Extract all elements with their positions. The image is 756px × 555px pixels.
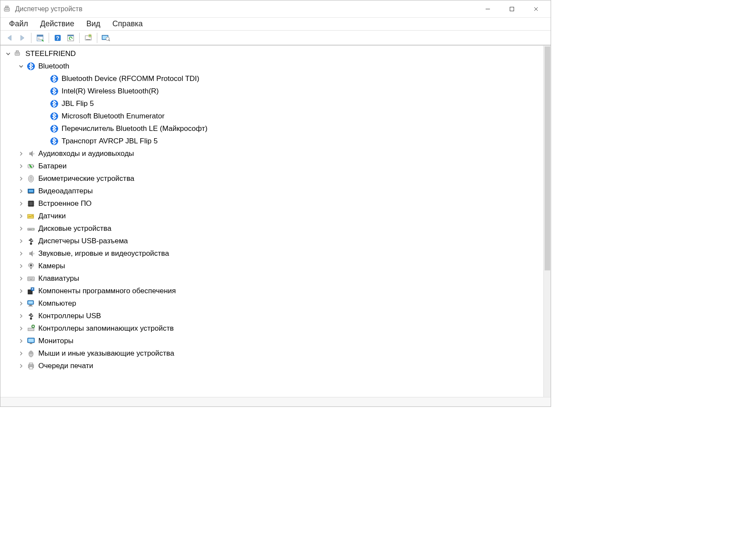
bluetooth-icon [50,87,59,96]
expander-closed-icon[interactable] [18,238,25,245]
expander-closed-icon[interactable] [18,325,25,332]
tree-category-3[interactable]: Видеоадаптеры [2,185,543,197]
battery-icon [26,161,36,171]
tree-category-8[interactable]: Звуковые, игровые и видеоустройства [2,247,543,260]
tree-label: Клавиатуры [38,272,84,285]
bluetooth-icon [50,99,59,109]
tree-label: Транспорт AVRCP JBL Flip 5 [62,135,163,147]
expander-closed-icon[interactable] [18,188,25,195]
tree-label: Диспетчеры USB-разъема [38,235,133,247]
tree-label: Аудиовходы и аудиовыходы [38,147,139,160]
tree-root[interactable]: STEELFRIEND [2,47,543,60]
expander-closed-icon[interactable] [18,338,25,344]
bluetooth-icon [26,62,36,71]
tree-category-6[interactable]: Дисковые устройства [2,222,543,235]
action-button[interactable] [64,32,77,44]
tree-category-bluetooth[interactable]: Bluetooth [2,60,543,72]
tree-category-9[interactable]: Камеры [2,260,543,272]
menu-help[interactable]: Справка [106,19,149,29]
tree-category-0[interactable]: Аудиовходы и аудиовыходы [2,147,543,160]
expander-closed-icon[interactable] [18,163,25,170]
tree-device-bluetooth-2[interactable]: JBL Flip 5 [2,97,543,110]
tree-label: Bluetooth Device (RFCOMM Protocol TDI) [62,72,204,85]
menu-action[interactable]: Действие [34,19,80,29]
expander-closed-icon[interactable] [18,150,25,157]
tree-label: Intel(R) Wireless Bluetooth(R) [62,85,164,97]
tree-label: Очереди печати [38,360,99,372]
tree-category-17[interactable]: Очереди печати [2,360,543,372]
device-tree[interactable]: STEELFRIENDBluetoothBluetooth Device (RF… [0,46,543,397]
tree-label: Датчики [38,210,71,222]
expander-closed-icon[interactable] [18,350,25,357]
expander-closed-icon[interactable] [18,175,25,182]
menu-view[interactable]: Вид [80,19,106,29]
tree-category-1[interactable]: Батареи [2,160,543,172]
maximize-button[interactable] [500,1,524,17]
scan-hardware-button[interactable] [82,32,95,44]
tree-category-7[interactable]: Диспетчеры USB-разъема [2,235,543,247]
tree-label: Батареи [38,160,72,172]
tree-category-10[interactable]: Клавиатуры [2,272,543,285]
expander-closed-icon[interactable] [18,225,25,232]
firmware-icon [26,199,36,208]
expander-closed-icon[interactable] [18,213,25,220]
display-adapter-icon [26,186,36,196]
tree-category-11[interactable]: Компоненты программного обеспечения [2,285,543,297]
tree-label: Встроенное ПО [38,197,97,210]
app-icon [3,5,12,13]
close-button[interactable] [524,1,548,17]
keyboard-icon [26,274,36,283]
expander-closed-icon[interactable] [18,250,25,257]
device-scan-button[interactable] [99,32,112,44]
tree-label: Видеоадаптеры [38,185,98,197]
tree-device-bluetooth-5[interactable]: Транспорт AVRCP JBL Flip 5 [2,135,543,147]
biometric-icon [26,174,36,183]
tree-label: JBL Flip 5 [62,97,99,110]
device-manager-window: Диспетчер устройств Файл Действие Вид Сп… [0,0,551,407]
tree-category-15[interactable]: Мониторы [2,335,543,347]
expander-closed-icon[interactable] [18,263,25,270]
show-hide-tree-button[interactable] [34,32,46,44]
tree-label: Мыши и иные указывающие устройства [38,347,180,360]
expander-closed-icon[interactable] [18,275,25,282]
tree-device-bluetooth-1[interactable]: Intel(R) Wireless Bluetooth(R) [2,85,543,97]
scrollbar[interactable] [543,46,551,397]
titlebar: Диспетчер устройств [0,0,551,18]
tree-device-bluetooth-3[interactable]: Microsoft Bluetooth Enumerator [2,110,543,122]
tree-label: Контроллеры USB [38,310,106,322]
scrollbar-thumb[interactable] [545,47,550,270]
tree-category-13[interactable]: Контроллеры USB [2,310,543,322]
expander-closed-icon[interactable] [18,300,25,307]
menu-file[interactable]: Файл [3,19,34,29]
tree-wrap: STEELFRIENDBluetoothBluetooth Device (RF… [0,45,551,397]
bluetooth-icon [50,136,59,146]
tree-category-14[interactable]: Контроллеры запоминающих устройств [2,322,543,335]
expander-closed-icon[interactable] [18,200,25,207]
camera-icon [26,261,36,271]
bluetooth-icon [50,74,59,84]
print-queue-icon [26,361,36,371]
tree-category-16[interactable]: Мыши и иные указывающие устройства [2,347,543,360]
help-button[interactable] [51,32,64,44]
expander-closed-icon[interactable] [18,313,25,319]
audio-inout-icon [26,149,36,158]
tree-category-2[interactable]: Биометрические устройства [2,172,543,185]
forward-button[interactable] [16,32,29,44]
tree-device-bluetooth-4[interactable]: Перечислитель Bluetooth LE (Майкрософт) [2,122,543,135]
expander-open-icon[interactable] [18,63,25,70]
toolbar-separator [79,33,80,43]
expander-closed-icon[interactable] [18,288,25,295]
minimize-button[interactable] [476,1,500,17]
tree-label: Контроллеры запоминающих устройств [38,322,179,335]
back-button[interactable] [3,32,16,44]
tree-category-5[interactable]: Датчики [2,210,543,222]
bluetooth-icon [50,112,59,121]
expander-closed-icon[interactable] [18,363,25,369]
tree-label: Перечислитель Bluetooth LE (Майкрософт) [62,122,213,135]
expander-open-icon[interactable] [5,50,12,57]
tree-category-4[interactable]: Встроенное ПО [2,197,543,210]
computer-icon [26,299,36,308]
tree-category-12[interactable]: Компьютер [2,297,543,310]
tree-device-bluetooth-0[interactable]: Bluetooth Device (RFCOMM Protocol TDI) [2,72,543,85]
tree-label: Microsoft Bluetooth Enumerator [62,110,170,122]
